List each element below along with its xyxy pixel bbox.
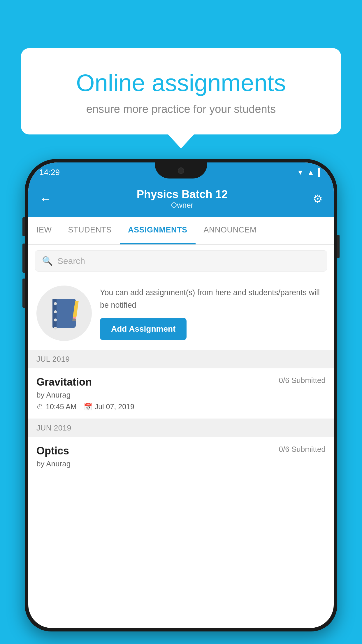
search-placeholder: Search	[57, 256, 85, 266]
promo-description: You can add assignment(s) from here and …	[100, 286, 326, 312]
bubble-title: Online assignments	[44, 69, 318, 97]
signal-icon: ▲	[307, 168, 314, 176]
section-jun-2019: JUN 2019	[28, 419, 334, 437]
notch	[155, 162, 207, 178]
assignment-optics[interactable]: Optics 0/6 Submitted by Anurag	[28, 437, 334, 479]
assignment-top-row: Gravitation 0/6 Submitted	[36, 376, 326, 388]
bubble-subtitle: ensure more practice for your students	[44, 103, 318, 116]
assignment-time: ⏱ 10:45 AM	[36, 402, 77, 411]
app-header: ← Physics Batch 12 Owner ⚙	[28, 182, 334, 217]
assignment-name-gravitation: Gravitation	[36, 376, 92, 388]
tab-announcements[interactable]: ANNOUNCEM	[196, 217, 265, 244]
search-icon: 🔍	[42, 256, 53, 266]
phone-volume-down-button	[22, 279, 25, 308]
assignment-gravitation[interactable]: Gravitation 0/6 Submitted by Anurag ⏱ 10…	[28, 368, 334, 419]
battery-icon: ▌	[318, 168, 323, 176]
calendar-icon: 📅	[84, 403, 92, 411]
assignment-date: 📅 Jul 07, 2019	[84, 402, 134, 411]
assignment-by-gravitation: by Anurag	[36, 391, 326, 400]
assignment-date-value: Jul 07, 2019	[95, 402, 134, 411]
wifi-icon: ▼	[297, 168, 304, 176]
front-camera	[178, 167, 184, 174]
promo-icon-circle	[36, 286, 92, 341]
assignment-meta-gravitation: ⏱ 10:45 AM 📅 Jul 07, 2019	[36, 402, 326, 411]
assignment-submitted-optics: 0/6 Submitted	[279, 445, 326, 454]
phone-volume-up-button	[22, 244, 25, 273]
add-assignment-button[interactable]: Add Assignment	[100, 318, 187, 340]
tab-assignments[interactable]: ASSIGNMENTS	[120, 217, 196, 244]
speech-bubble: Online assignments ensure more practice …	[21, 48, 341, 134]
back-button[interactable]: ←	[39, 192, 52, 206]
header-subtitle: Owner	[137, 201, 228, 210]
notebook-icon	[51, 297, 77, 329]
phone-mockup: 14:29 ▼ ▲ ▌ ← Physics Batch 12 Owner ⚙	[25, 159, 337, 644]
status-bar: 14:29 ▼ ▲ ▌	[28, 162, 334, 182]
status-icons: ▼ ▲ ▌	[297, 168, 323, 176]
header-center: Physics Batch 12 Owner	[137, 188, 228, 210]
phone-screen: 14:29 ▼ ▲ ▌ ← Physics Batch 12 Owner ⚙	[28, 162, 334, 628]
search-container: 🔍 Search	[28, 245, 334, 277]
promo-section: You can add assignment(s) from here and …	[28, 277, 334, 350]
settings-icon[interactable]: ⚙	[313, 192, 323, 205]
assignment-time-value: 10:45 AM	[46, 402, 77, 411]
header-title: Physics Batch 12	[137, 188, 228, 201]
search-bar[interactable]: 🔍 Search	[35, 250, 327, 272]
phone-power-button	[337, 235, 340, 258]
status-time: 14:29	[39, 168, 60, 177]
section-jul-2019: JUL 2019	[28, 350, 334, 368]
tab-iew[interactable]: IEW	[28, 217, 60, 244]
assignment-top-row-optics: Optics 0/6 Submitted	[36, 445, 326, 457]
assignment-submitted-gravitation: 0/6 Submitted	[279, 376, 326, 385]
assignment-by-optics: by Anurag	[36, 459, 326, 468]
promo-content: You can add assignment(s) from here and …	[100, 286, 326, 340]
assignment-name-optics: Optics	[36, 445, 69, 457]
tabs-bar: IEW STUDENTS ASSIGNMENTS ANNOUNCEM	[28, 217, 334, 245]
tab-students[interactable]: STUDENTS	[60, 217, 120, 244]
phone-mute-button	[22, 217, 25, 236]
clock-icon: ⏱	[36, 403, 43, 411]
